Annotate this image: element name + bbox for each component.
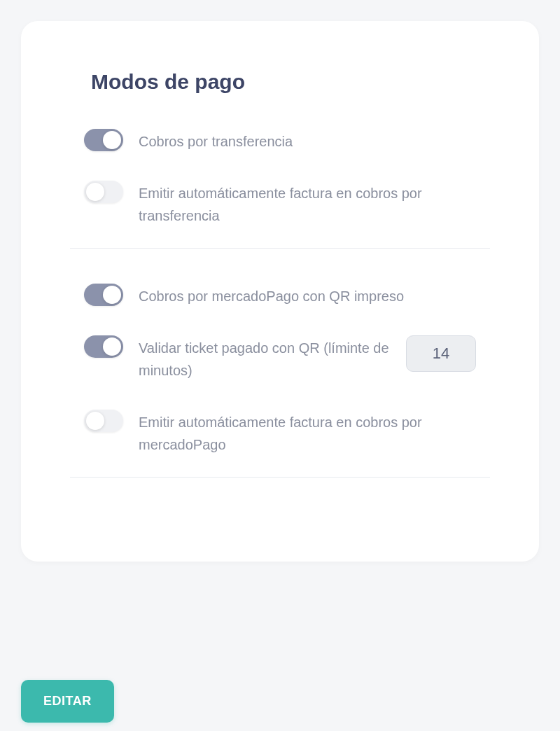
toggle-transfer-enable[interactable]	[84, 129, 123, 151]
toggle-validate-qr[interactable]	[84, 335, 123, 358]
setting-row-mp-qr: Cobros por mercadoPago con QR impreso	[84, 284, 476, 307]
toggle-knob	[86, 183, 104, 201]
toggle-mp-qr[interactable]	[84, 284, 123, 306]
toggle-transfer-auto-invoice[interactable]	[84, 181, 123, 203]
setting-label: Emitir automáticamente factura en cobros…	[139, 410, 476, 456]
divider	[70, 477, 490, 478]
setting-label: Validar ticket pagado con QR (líminte de…	[139, 335, 391, 382]
setting-row-transfer-auto-invoice: Emitir automáticamente factura en cobros…	[84, 181, 476, 227]
toggle-knob	[103, 131, 121, 149]
payment-modes-card: Modos de pago Cobros por transferencia E…	[21, 21, 539, 562]
toggle-knob	[86, 412, 104, 430]
setting-label: Cobros por transferencia	[139, 129, 476, 153]
settings-group-transfer: Cobros por transferencia Emitir automáti…	[70, 129, 490, 227]
setting-row-mp-auto-invoice: Emitir automáticamente factura en cobros…	[84, 410, 476, 456]
minutes-input[interactable]	[406, 335, 476, 372]
edit-button[interactable]: EDITAR	[21, 680, 114, 723]
card-title: Modos de pago	[91, 70, 490, 94]
setting-label: Cobros por mercadoPago con QR impreso	[139, 284, 476, 307]
toggle-knob	[103, 337, 121, 356]
divider	[70, 248, 490, 249]
toggle-knob	[103, 286, 121, 304]
setting-label: Emitir automáticamente factura en cobros…	[139, 181, 476, 227]
toggle-mp-auto-invoice[interactable]	[84, 410, 123, 432]
setting-row-transfer-enable: Cobros por transferencia	[84, 129, 476, 153]
setting-row-validate-qr: Validar ticket pagado con QR (líminte de…	[84, 335, 476, 382]
settings-group-mercadopago: Cobros por mercadoPago con QR impreso Va…	[70, 284, 490, 456]
